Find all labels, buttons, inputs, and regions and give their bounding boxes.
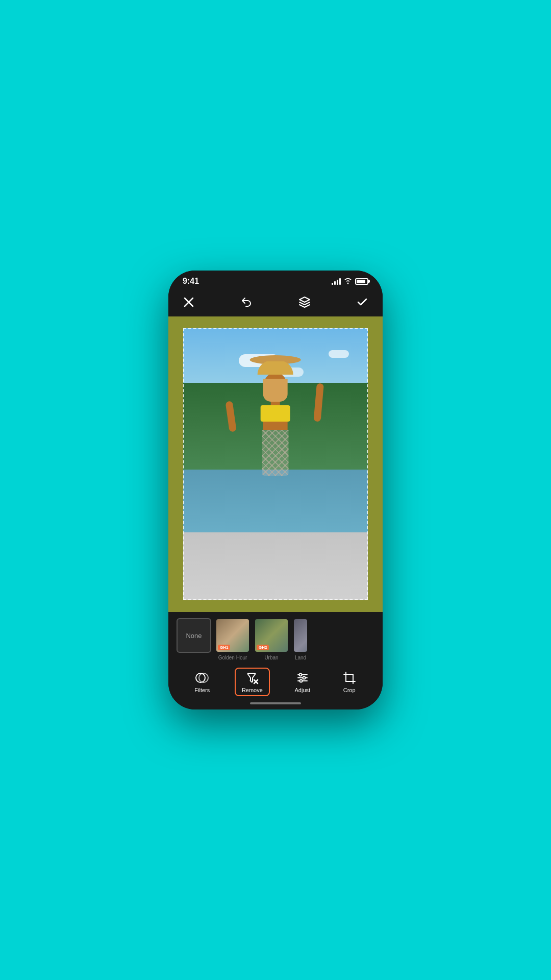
filter-text-gh2: Urban [264, 655, 278, 660]
filter-thumb-none[interactable]: None [177, 618, 211, 653]
filter-item-gh1[interactable]: GH1 Golden Hour [215, 618, 250, 660]
tool-crop[interactable]: Crop [335, 668, 364, 696]
status-time: 9:41 [183, 277, 199, 286]
bottom-section: None GH1 Golden Hour GH2 [168, 612, 383, 709]
layers-button[interactable] [295, 293, 314, 311]
tool-filters[interactable]: Filters [187, 668, 217, 696]
wifi-icon [344, 277, 352, 286]
close-button[interactable] [180, 293, 198, 311]
filter-thumb-land[interactable] [293, 618, 308, 653]
svg-point-12 [299, 680, 302, 682]
phone-screen: 9:41 [168, 271, 383, 709]
filter-badge-gh2: GH2 [257, 645, 269, 650]
filter-item-none[interactable]: None [177, 618, 211, 655]
filter-badge-gh1: GH1 [218, 645, 230, 650]
status-bar: 9:41 [168, 271, 383, 289]
svg-point-11 [303, 677, 305, 679]
tool-remove[interactable]: Remove [235, 668, 270, 696]
filter-thumb-gh1[interactable]: GH1 [215, 618, 250, 653]
filter-none-label: None [186, 632, 202, 640]
filter-strip: None GH1 Golden Hour GH2 [168, 612, 383, 663]
filter-item-land[interactable]: Land [293, 618, 308, 660]
adjust-label: Adjust [294, 687, 310, 693]
tool-adjust[interactable]: Adjust [287, 668, 317, 696]
crop-icon [342, 671, 357, 685]
tools-bar: Filters Remove [168, 663, 383, 699]
signal-icon [332, 278, 341, 285]
remove-label: Remove [242, 687, 263, 693]
undo-button[interactable] [237, 293, 256, 311]
image-container[interactable] [183, 328, 367, 600]
filter-text-land: Land [295, 655, 306, 660]
confirm-button[interactable] [353, 293, 371, 311]
canvas-area [168, 316, 383, 612]
filter-thumb-gh2[interactable]: GH2 [254, 618, 289, 653]
filters-label: Filters [194, 687, 210, 693]
home-bar [250, 702, 301, 704]
battery-icon [355, 278, 368, 285]
home-indicator [168, 699, 383, 709]
adjust-icon [295, 671, 310, 685]
svg-point-10 [299, 674, 302, 676]
filter-text-gh1: Golden Hour [218, 655, 247, 660]
remove-icon [245, 671, 259, 685]
phone-frame: 9:41 [168, 271, 383, 709]
crop-label: Crop [343, 687, 356, 693]
filters-icon [195, 671, 209, 685]
top-toolbar [168, 289, 383, 316]
filter-item-gh2[interactable]: GH2 Urban [254, 618, 289, 660]
status-icons [332, 277, 368, 286]
photo-display [183, 328, 367, 600]
svg-marker-2 [299, 297, 310, 302]
